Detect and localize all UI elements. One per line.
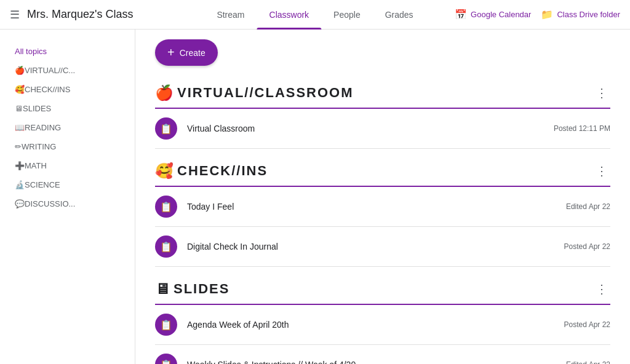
assignment-icon-vc1: 📋 [155, 117, 177, 140]
topic-title-slides: 🖥 SLIDES [155, 280, 229, 298]
main-layout: All topics 🍎VIRTUAL//C... 🥰CHECK//INS 🖥S… [0, 30, 630, 364]
google-calendar-button[interactable]: 📅 Google Calendar [455, 9, 531, 20]
folder-icon: 📁 [541, 9, 553, 20]
google-calendar-label: Google Calendar [471, 10, 531, 19]
class-drive-button[interactable]: 📁 Class Drive folder [541, 9, 620, 20]
assignment-icon-sl1: 📋 [155, 314, 177, 336]
checkins-more-icon[interactable]: ⋮ [593, 161, 610, 181]
main-nav: Stream Classwork People Grades [204, 0, 425, 30]
virtual-classroom-more-icon[interactable]: ⋮ [593, 83, 610, 103]
sidebar-item-writing[interactable]: ✏WRITING [0, 137, 135, 156]
header-left: ☰ Mrs. Marquez's Class [10, 8, 145, 22]
calendar-icon: 📅 [455, 9, 467, 20]
assignment-clipboard-icon-sl1: 📋 [160, 319, 172, 331]
class-drive-label: Class Drive folder [557, 10, 620, 19]
topic-header-slides: 🖥 SLIDES ⋮ [155, 272, 610, 305]
assignment-icon-ci2: 📋 [155, 235, 177, 258]
topic-section-slides: 🖥 SLIDES ⋮ 📋 Agenda Week of April 20th P… [135, 272, 630, 364]
assignment-item-virtual-classroom: 📋 Virtual Classroom Posted 12:11 PM [155, 109, 610, 149]
slides-more-icon[interactable]: ⋮ [593, 279, 610, 299]
assignment-clipboard-icon: 📋 [160, 123, 172, 135]
assignment-icon-sl2: 📋 [155, 354, 177, 364]
create-button[interactable]: + Create [155, 39, 218, 66]
assignment-date-vc1: Posted 12:11 PM [554, 124, 610, 133]
topic-title-virtual: 🍎 VIRTUAL//CLASSROOM [155, 84, 354, 101]
assignment-name-sl2[interactable]: Weekly Slides & Instructions // Week of … [187, 360, 556, 364]
sidebar-all-topics[interactable]: All topics [0, 42, 135, 61]
sidebar-item-virtual[interactable]: 🍎VIRTUAL//C... [0, 61, 135, 80]
sidebar-item-discussion[interactable]: 💬DISCUSSIO... [0, 194, 135, 213]
slides-emoji: 🖥 [155, 280, 171, 298]
content-area: + Create 🍎 VIRTUAL//CLASSROOM ⋮ 📋 Virtua… [135, 30, 630, 364]
nav-people[interactable]: People [321, 0, 373, 30]
assignment-date-sl1: Posted Apr 22 [564, 320, 610, 329]
topic-header-virtual: 🍎 VIRTUAL//CLASSROOM ⋮ [155, 76, 610, 109]
header-actions: 📅 Google Calendar 📁 Class Drive folder [455, 9, 620, 20]
assignment-name-vc1[interactable]: Virtual Classroom [187, 124, 544, 133]
content-header: + Create [135, 30, 630, 76]
assignment-clipboard-icon-ci1: 📋 [160, 201, 172, 213]
sidebar-item-slides[interactable]: 🖥SLIDES [0, 99, 135, 118]
sidebar-item-reading[interactable]: 📖READING [0, 118, 135, 137]
assignment-name-sl1[interactable]: Agenda Week of April 20th [187, 320, 554, 330]
assignment-date-ci2: Posted Apr 22 [564, 242, 610, 251]
assignment-date-ci1: Edited Apr 22 [566, 202, 610, 211]
assignment-clipboard-icon-sl2: 📋 [160, 359, 172, 365]
assignment-name-ci2[interactable]: Digital Check In Journal [187, 242, 554, 251]
sidebar: All topics 🍎VIRTUAL//C... 🥰CHECK//INS 🖥S… [0, 30, 135, 364]
topic-header-checkins: 🥰 CHECK//INS ⋮ [155, 154, 610, 187]
sidebar-item-math[interactable]: ➕MATH [0, 156, 135, 175]
assignment-name-ci1[interactable]: Today I Feel [187, 202, 556, 212]
virtual-classroom-emoji: 🍎 [155, 84, 175, 101]
assignment-icon-ci1: 📋 [155, 196, 177, 218]
sidebar-item-science[interactable]: 🔬SCIENCE [0, 175, 135, 194]
nav-stream[interactable]: Stream [204, 0, 257, 30]
sidebar-item-checkins[interactable]: 🥰CHECK//INS [0, 80, 135, 99]
virtual-classroom-title: VIRTUAL//CLASSROOM [177, 85, 354, 101]
assignment-item-weekly-slides: 📋 Weekly Slides & Instructions // Week o… [155, 345, 610, 364]
hamburger-menu-icon[interactable]: ☰ [10, 8, 20, 22]
slides-title: SLIDES [173, 281, 229, 297]
create-plus-icon: + [167, 46, 175, 60]
assignment-clipboard-icon-ci2: 📋 [160, 241, 172, 253]
checkins-emoji: 🥰 [155, 162, 175, 180]
assignment-item-digital-checkin: 📋 Digital Check In Journal Posted Apr 22 [155, 227, 610, 267]
assignment-item-today-feel: 📋 Today I Feel Edited Apr 22 [155, 187, 610, 227]
topic-section-checkins: 🥰 CHECK//INS ⋮ 📋 Today I Feel Edited Apr… [135, 154, 630, 267]
assignment-item-agenda: 📋 Agenda Week of April 20th Posted Apr 2… [155, 305, 610, 345]
assignment-date-sl2: Edited Apr 22 [566, 360, 610, 364]
checkins-title: CHECK//INS [177, 163, 268, 179]
nav-grades[interactable]: Grades [373, 0, 426, 30]
nav-classwork[interactable]: Classwork [257, 0, 322, 30]
topic-section-virtual: 🍎 VIRTUAL//CLASSROOM ⋮ 📋 Virtual Classro… [135, 76, 630, 149]
class-title: Mrs. Marquez's Class [27, 8, 133, 21]
app-header: ☰ Mrs. Marquez's Class Stream Classwork … [0, 0, 630, 30]
create-label: Create [180, 48, 205, 58]
topic-title-checkins: 🥰 CHECK//INS [155, 162, 268, 180]
